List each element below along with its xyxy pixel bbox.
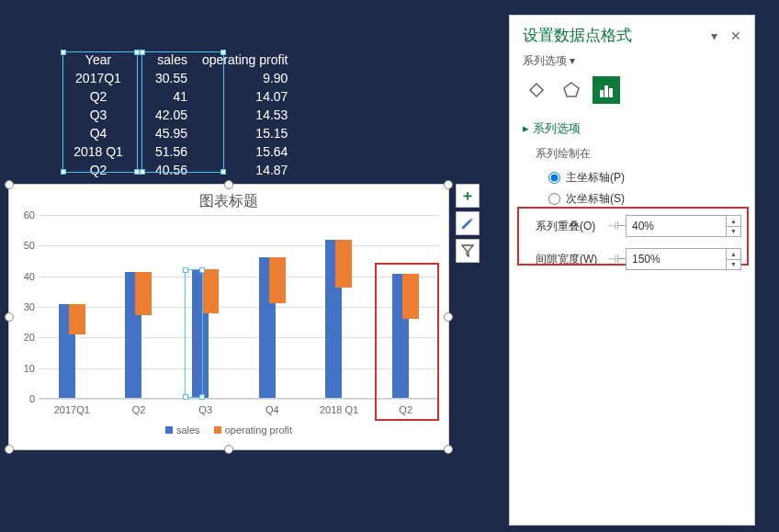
resize-handle[interactable] [224, 445, 233, 454]
resize-handle[interactable] [444, 180, 453, 189]
bar-operating-profit[interactable] [335, 240, 352, 288]
bar-group[interactable] [239, 257, 306, 398]
pane-dropdown-button[interactable]: ▾ [711, 28, 717, 43]
x-tick-label: Q2 [106, 404, 173, 415]
bar-group[interactable] [172, 269, 239, 398]
resize-handle[interactable] [224, 180, 233, 189]
resize-handle[interactable] [5, 312, 14, 322]
series-options-dropdown[interactable]: 系列选项 ▾ [510, 51, 754, 76]
bar-group[interactable] [39, 304, 106, 398]
gap-width-input[interactable]: 150% ▲ ▼ [626, 248, 741, 270]
brush-icon [460, 216, 475, 231]
gap-down-button[interactable]: ▼ [726, 260, 740, 270]
paint-bucket-icon [526, 80, 547, 100]
annotation-highlight-last-group [375, 263, 439, 421]
primary-axis-radio-input[interactable] [548, 172, 560, 184]
y-tick-label: 0 [13, 393, 35, 404]
chart-styles-button[interactable] [456, 211, 480, 235]
format-data-point-pane: 设置数据点格式 ▾ ✕ 系列选项 ▾ ▸ 系列选项 系列绘制在 主坐标轴(P) … [509, 15, 755, 526]
legend-item-sales: sales [165, 424, 200, 436]
resize-handle[interactable] [444, 312, 453, 322]
y-tick-label: 20 [13, 332, 35, 343]
y-tick-label: 40 [13, 271, 35, 282]
plot-on-label: 系列绘制在 [523, 142, 741, 167]
chart-add-element-button[interactable]: ＋ [456, 184, 480, 208]
fill-line-tab[interactable] [523, 76, 550, 104]
bar-chart-icon [596, 80, 616, 100]
x-tick-label: 2018 Q1 [306, 404, 373, 415]
bar-operating-profit[interactable] [269, 257, 286, 304]
x-tick-label: Q3 [172, 404, 239, 415]
chart-object[interactable]: 图表标题 0102030405060 2017Q1Q2Q3Q42018 Q1Q2… [8, 184, 449, 450]
bar-group[interactable] [306, 240, 373, 398]
series-options-section[interactable]: ▸ 系列选项 [523, 120, 741, 142]
secondary-axis-radio-input[interactable] [548, 193, 560, 205]
resize-handle[interactable] [5, 445, 14, 454]
series-overlap-input[interactable]: 40% ▲ ▼ [626, 215, 741, 237]
legend-item-profit: operating profit [214, 424, 292, 436]
gap-up-button[interactable]: ▲ [726, 249, 740, 260]
svg-rect-0 [600, 90, 604, 97]
y-tick-label: 30 [13, 301, 35, 312]
pane-close-button[interactable]: ✕ [730, 28, 741, 43]
resize-handle[interactable] [5, 180, 14, 189]
x-tick-label: 2017Q1 [39, 404, 106, 415]
pane-title: 设置数据点格式 [523, 25, 698, 46]
selection-year-col [62, 51, 138, 173]
bar-operating-profit[interactable] [202, 269, 219, 313]
y-tick-label: 50 [13, 240, 35, 251]
y-tick-label: 60 [13, 209, 35, 221]
selection-sales-col [141, 51, 224, 173]
bar-group[interactable] [106, 272, 173, 398]
effects-tab[interactable] [558, 76, 585, 104]
chart-filter-button[interactable] [456, 239, 480, 263]
svg-rect-2 [609, 88, 613, 97]
svg-rect-1 [604, 85, 608, 97]
bar-operating-profit[interactable] [135, 272, 152, 315]
chart-side-toolbar: ＋ [456, 184, 480, 263]
resize-handle[interactable] [444, 445, 453, 454]
x-tick-label: Q4 [239, 404, 306, 415]
y-tick-label: 10 [13, 363, 35, 374]
overlap-up-button[interactable]: ▲ [726, 216, 740, 227]
filter-icon [461, 244, 474, 257]
overlap-down-button[interactable]: ▼ [726, 227, 740, 237]
selected-bar-outline [185, 269, 203, 398]
series-options-tab[interactable] [593, 76, 620, 104]
pentagon-icon [561, 80, 581, 100]
bar-operating-profit[interactable] [69, 304, 85, 334]
primary-axis-radio[interactable]: 主坐标轴(P) [523, 167, 741, 188]
